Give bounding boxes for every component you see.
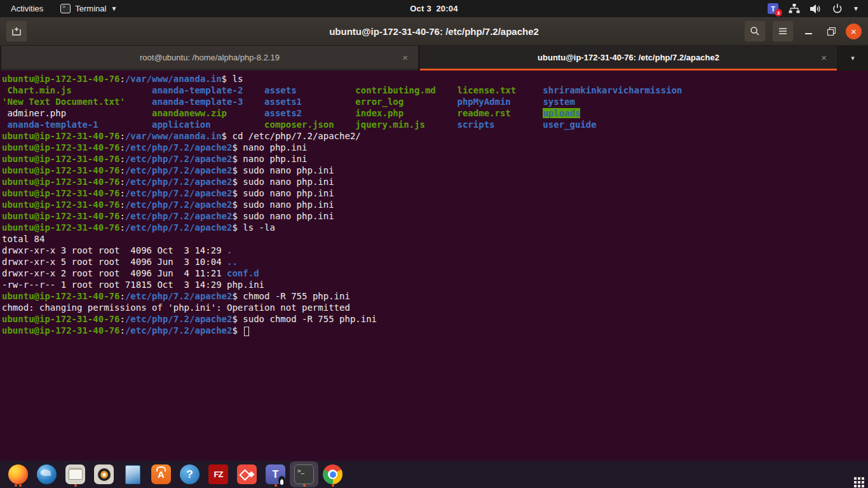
terminal-app-icon: >_ (294, 464, 314, 484)
terminal-icon (60, 4, 71, 13)
running-indicator (4, 484, 32, 487)
terminal-line: ubuntu@ip-172-31-40-76:/etc/php/7.2/apac… (2, 176, 868, 187)
terminal-output[interactable]: ubuntu@ip-172-31-40-76:/var/www/ananda.i… (0, 71, 868, 336)
dock-item-chrome[interactable] (318, 461, 347, 487)
terminal-line: chmod: changing permissions of 'php.ini'… (2, 302, 868, 313)
restore-button[interactable] (823, 23, 839, 39)
app-menu-terminal[interactable]: Terminal ▼ (54, 0, 123, 17)
terminal-line: drwxr-xr-x 3 root root 4096 Oct 3 14:29 … (2, 245, 868, 256)
terminal-line: ubuntu@ip-172-31-40-76:/etc/php/7.2/apac… (2, 313, 868, 325)
terminal-pane[interactable]: ubuntu@ip-172-31-40-76:/var/www/ananda.i… (0, 71, 868, 461)
thunderbird-icon (37, 464, 57, 484)
dock-item-rhythmbox[interactable] (90, 461, 118, 487)
tab-bar: root@ubuntu: /home/alpha/php-8.2.19 × ub… (0, 46, 868, 71)
minimize-button[interactable] (800, 23, 817, 39)
terminal-line: ubuntu@ip-172-31-40-76:/etc/php/7.2/apac… (2, 142, 868, 153)
terminal-line: total 84 (2, 233, 868, 245)
window-titlebar[interactable]: ubuntu@ip-172-31-40-76: /etc/php/7.2/apa… (0, 17, 868, 46)
running-indicator (290, 484, 318, 487)
network-icon[interactable] (789, 4, 800, 13)
dock-item-anydesk[interactable] (233, 461, 261, 487)
tray-chevron-down-icon[interactable]: ▼ (853, 5, 859, 12)
system-tray: T 3 ▼ (768, 0, 868, 17)
teams-linux-icon: T (266, 464, 285, 484)
volume-icon[interactable] (810, 4, 822, 14)
software-icon: A (151, 464, 171, 484)
dock-item-writer[interactable] (118, 461, 147, 487)
terminal-line: ubuntu@ip-172-31-40-76:/etc/php/7.2/apac… (2, 165, 868, 176)
clock-button[interactable]: Oct 3 20:04 (410, 4, 458, 13)
terminal-line: ubuntu@ip-172-31-40-76:/etc/php/7.2/apac… (2, 210, 868, 222)
terminal-line: drwxr-xr-x 2 root root 4096 Jun 4 11:21 … (2, 268, 868, 279)
chrome-icon (323, 464, 342, 484)
running-indicator (261, 484, 290, 487)
files-icon (65, 464, 85, 484)
rhythmbox-icon (94, 464, 114, 484)
dock-item-terminal-app[interactable]: >_ (290, 461, 318, 487)
chevron-down-icon: ▼ (111, 5, 117, 12)
top-bar: Activities Terminal ▼ Oct 3 20:04 T 3 (0, 0, 868, 17)
menu-button[interactable] (772, 20, 794, 42)
filezilla-icon: FZ (208, 464, 228, 484)
tab-list-chevron-down-icon[interactable]: ▾ (837, 46, 868, 71)
window-title: ubuntu@ip-172-31-40-76: /etc/php/7.2/apa… (329, 26, 539, 37)
help-icon: ? (180, 464, 200, 484)
search-button[interactable] (744, 20, 766, 42)
terminal-line: Chart.min.js ananda-template-2 assets co… (2, 85, 868, 96)
app-menu-label: Terminal (75, 4, 106, 13)
anydesk-icon (237, 464, 257, 484)
terminal-line: ubuntu@ip-172-31-40-76:/var/www/ananda.i… (2, 130, 868, 142)
dock-item-help[interactable]: ? (175, 461, 204, 487)
firefox-icon (8, 464, 28, 484)
terminal-line: ubuntu@ip-172-31-40-76:/etc/php/7.2/apac… (2, 290, 868, 302)
dock: A?FZT>_ (0, 461, 868, 488)
new-tab-button[interactable] (6, 20, 27, 42)
terminal-line: ubuntu@ip-172-31-40-76:/etc/php/7.2/apac… (2, 187, 868, 199)
dock-item-teams-linux[interactable]: T (261, 461, 290, 487)
dock-item-software[interactable]: A (147, 461, 175, 487)
power-icon[interactable] (832, 3, 843, 14)
apps-grid-icon (854, 477, 857, 480)
dock-item-files[interactable] (61, 461, 90, 487)
tab-root-ubuntu[interactable]: root@ubuntu: /home/alpha/php-8.2.19 × (1, 46, 418, 71)
dock-item-thunderbird[interactable] (32, 461, 61, 487)
tab-label: ubuntu@ip-172-31-40-76: /etc/php/7.2/apa… (538, 53, 719, 62)
terminal-line: 'New Text Document.txt' ananda-template-… (2, 96, 868, 107)
running-indicator (61, 484, 90, 487)
terminal-line: ubuntu@ip-172-31-40-76:/etc/php/7.2/apac… (2, 325, 868, 336)
dock-item-filezilla[interactable]: FZ (204, 461, 233, 487)
terminal-line: drwxr-xr-x 5 root root 4096 Jun 3 10:04 … (2, 256, 868, 268)
tab-close-icon[interactable]: × (402, 52, 408, 63)
terminal-line: ubuntu@ip-172-31-40-76:/etc/php/7.2/apac… (2, 199, 868, 210)
tab-label: root@ubuntu: /home/alpha/php-8.2.19 (140, 53, 280, 62)
terminal-line: ananda-template-1 application composer.j… (2, 119, 868, 130)
show-applications-button[interactable] (839, 461, 864, 487)
close-button[interactable]: × (846, 24, 862, 39)
tab-ubuntu-apache2[interactable]: ubuntu@ip-172-31-40-76: /etc/php/7.2/apa… (420, 46, 837, 71)
terminal-line: ubuntu@ip-172-31-40-76:/etc/php/7.2/apac… (2, 222, 868, 233)
notification-badge: 3 (775, 9, 782, 17)
window-controls: × (744, 20, 868, 42)
terminal-line: ubuntu@ip-172-31-40-76:/var/www/ananda.i… (2, 73, 868, 85)
terminal-line: -rw-r--r-- 1 root root 71815 Oct 3 14:29… (2, 279, 868, 290)
running-indicator (318, 484, 347, 487)
activities-button[interactable]: Activities (0, 0, 54, 17)
terminal-line: ubuntu@ip-172-31-40-76:/etc/php/7.2/apac… (2, 153, 868, 165)
teams-tray-icon[interactable]: T 3 (768, 3, 778, 14)
close-icon: × (851, 26, 857, 37)
dock-item-firefox[interactable] (4, 461, 32, 487)
tab-close-icon[interactable]: × (821, 52, 827, 63)
terminal-cursor (244, 327, 249, 336)
terminal-line: adminer.php anandaneww.zip assets2 index… (2, 107, 868, 119)
writer-icon (123, 464, 142, 484)
